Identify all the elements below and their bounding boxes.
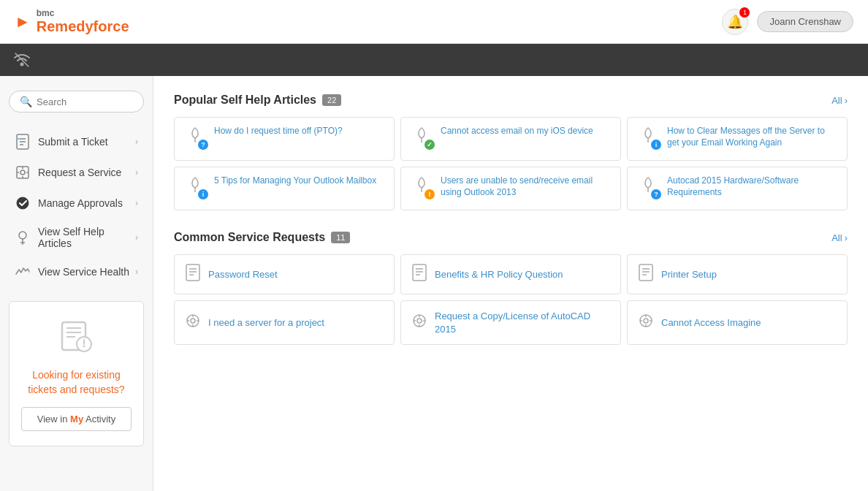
logo-text: bmc Remedyforce [37,9,129,34]
article-icon-wrap: i [183,175,207,198]
right-panel: Popular Self Help Articles 22 All › ? [153,76,868,491]
article-badge: ✓ [425,140,435,150]
nav-bar [0,44,868,76]
requests-all-link[interactable]: All › [831,232,848,243]
svg-rect-38 [639,264,652,281]
service-card[interactable]: Password Reset [174,254,395,294]
svg-point-43 [191,319,195,323]
svg-point-0 [20,63,24,66]
article-icon-wrap: ✓ [410,125,433,148]
common-requests-header: Common Service Requests 11 All › [174,231,848,244]
logo: ► bmc Remedyforce [15,9,129,34]
main-content: 🔍 Submit a Ticket › [0,76,868,491]
chevron-icon: › [135,167,138,178]
service-text: Printer Setup [661,268,717,281]
common-requests-title: Common Service Requests [174,231,325,244]
popular-articles-header: Popular Self Help Articles 22 All › [174,94,848,107]
service-health-label: View Service Health [38,266,129,278]
service-text: Benefits & HR Policy Question [435,268,563,281]
articles-grid: ? How do I request time off (PTO)? ✓ Can… [174,117,848,210]
sidebar: 🔍 Submit a Ticket › [0,76,153,491]
activity-highlight: My [70,414,83,425]
section-title-area: Common Service Requests 11 [174,231,350,244]
submit-ticket-label: Submit a Ticket [38,136,108,148]
notification-bell[interactable]: 🔔 1 [722,9,748,35]
article-badge: i [198,189,208,199]
view-activity-button[interactable]: View in My Activity [21,407,132,431]
svg-rect-34 [413,264,426,281]
article-card[interactable]: i 5 Tips for Managing Your Outlook Mailb… [174,167,395,210]
manage-approvals-label: Manage Approvals [38,197,123,209]
service-card[interactable]: Benefits & HR Policy Question [400,254,621,294]
service-icon [638,313,654,332]
svg-point-55 [644,319,648,323]
service-icon [185,264,201,285]
svg-point-13 [17,197,28,209]
svg-point-14 [19,232,26,239]
self-help-icon [15,229,31,246]
service-grid: Password Reset Benefits & HR Policy Ques… [174,254,848,345]
service-text: Cannot Access Imagine [661,316,761,330]
service-icon [411,313,427,332]
service-card[interactable]: Cannot Access Imagine [627,300,848,345]
sidebar-item-request-service[interactable]: Request a Service › [9,158,144,187]
sidebar-item-self-help[interactable]: View Self Help Articles › [9,219,144,256]
article-badge: ? [651,189,661,199]
article-text: Cannot access email on my iOS device [441,125,593,137]
svg-point-6 [18,138,20,140]
search-icon: 🔍 [20,96,32,107]
service-text: I need a server for a project [208,316,324,330]
chevron-icon: › [135,137,138,147]
article-text: Users are unable to send/receive email u… [441,175,612,198]
service-health-icon [15,264,31,280]
article-icon-wrap: ? [183,125,207,148]
article-badge: ! [425,189,435,199]
chevron-icon: › [135,232,138,243]
article-card[interactable]: ✓ Cannot access email on my iOS device [400,117,621,161]
service-text: Request a Copy/License of AutoCAD 2015 [435,310,610,335]
articles-count-badge: 22 [322,94,341,106]
section-title-area: Popular Self Help Articles 22 [174,94,341,107]
article-text: 5 Tips for Managing Your Outlook Mailbox [214,175,376,186]
sidebar-item-service-health[interactable]: View Service Health › [9,257,144,286]
chevron-icon: › [135,198,138,208]
service-card[interactable]: Request a Copy/License of AutoCAD 2015 [400,300,621,345]
user-menu[interactable]: Joann Crenshaw [757,11,853,32]
article-badge: ? [198,140,208,150]
article-text: How to Clear Messages off the Server to … [667,125,838,148]
article-card[interactable]: ! Users are unable to send/receive email… [400,167,621,210]
request-service-label: Request a Service [38,167,121,178]
notification-badge: 1 [739,7,750,18]
service-icon [185,313,201,332]
wifi-icon [12,50,32,70]
bmc-chevron-icon: ► [15,12,31,31]
top-header: ► bmc Remedyforce 🔔 1 Joann Crenshaw [0,0,868,44]
articles-all-link[interactable]: All › [831,95,848,106]
svg-point-8 [20,170,25,175]
article-card[interactable]: ? How do I request time off (PTO)? [174,117,395,161]
header-right: 🔔 1 Joann Crenshaw [722,9,853,35]
article-text: How do I request time off (PTO)? [214,125,343,137]
looking-text: Looking for existing tickets and request… [21,368,132,397]
article-card[interactable]: ? Autocad 2015 Hardware/Software Require… [627,167,848,210]
article-icon-wrap: ? [636,175,660,198]
service-card[interactable]: Printer Setup [627,254,848,294]
submit-ticket-icon [15,134,31,150]
request-service-icon [15,164,31,180]
sidebar-item-manage-approvals[interactable]: Manage Approvals › [9,189,144,218]
svg-point-49 [417,319,422,323]
article-text: Autocad 2015 Hardware/Software Requireme… [667,175,838,198]
sidebar-item-submit-ticket[interactable]: Submit a Ticket › [9,127,144,156]
looking-icon [21,316,132,361]
svg-rect-30 [186,264,199,281]
service-icon [638,264,654,285]
article-card[interactable]: i How to Clear Messages off the Server t… [627,117,848,161]
self-help-label: View Self Help Articles [38,226,135,249]
article-badge: i [651,140,661,150]
article-icon-wrap: ! [410,175,433,198]
search-input[interactable] [37,96,133,107]
logo-bmc-text: bmc [37,9,129,18]
search-box[interactable]: 🔍 [9,91,144,113]
svg-point-23 [83,346,85,348]
service-card[interactable]: I need a server for a project [174,300,395,345]
